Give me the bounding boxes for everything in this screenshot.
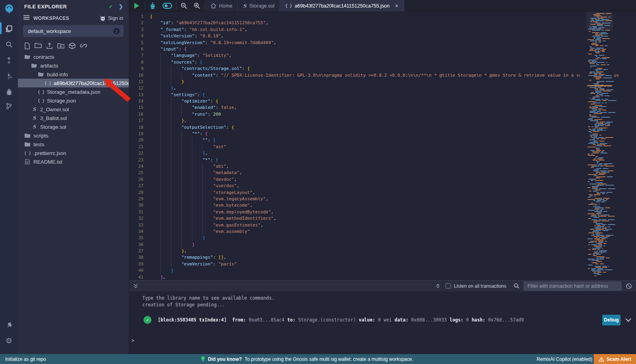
code-line: 3"_format": "hh-sol-build-info-1", — [129, 27, 636, 33]
line-number: 20 — [129, 137, 150, 143]
line-number: 39 — [129, 261, 150, 267]
scam-alert-button[interactable]: Scam Alert — [594, 354, 636, 364]
line-number: 4 — [129, 33, 150, 39]
line-number: 6 — [129, 46, 150, 52]
tree-item[interactable]: tests — [18, 140, 129, 149]
tab-build-info-json[interactable]: { } a69b43f277ba20fcac141151250ca755.jso… — [280, 0, 404, 12]
git-init-button[interactable]: Initialize as git repo — [5, 356, 46, 362]
create-file-icon[interactable] — [24, 43, 30, 49]
tree-item[interactable]: SStorage.sol — [18, 122, 129, 131]
tree-item[interactable]: artifacts — [18, 61, 129, 70]
copilot-toggle-icon[interactable] — [159, 0, 175, 12]
expand-terminal-icon[interactable] — [133, 283, 138, 289]
tree-item[interactable]: { }.prettierrc.json — [18, 149, 129, 157]
plugin-manager-icon[interactable] — [0, 318, 18, 331]
line-number: 12 — [129, 85, 150, 91]
zoom-out-icon[interactable] — [177, 0, 190, 12]
line-number: 26 — [129, 176, 150, 183]
code-line: 7"language": "Solidity", — [129, 52, 636, 59]
code-line: 33"evm.gasEstimates", — [129, 222, 636, 228]
create-folder-icon[interactable] — [35, 43, 42, 49]
ai-copilot-icon[interactable] — [146, 0, 159, 12]
listen-all-label: Listen on all transactions — [454, 283, 506, 289]
code-line: 29"evm.legacyAssembly", — [129, 196, 636, 202]
tree-item[interactable]: contracts — [18, 52, 129, 61]
solidity-compiler-icon[interactable] — [0, 54, 18, 67]
upload-folder-icon[interactable] — [57, 43, 64, 49]
copilot-status[interactable]: RemixAI Copilot (enabled) — [537, 356, 592, 362]
debugger-icon[interactable] — [0, 85, 18, 99]
code-line: 34"evm.assembly" — [129, 228, 636, 235]
search-icon[interactable] — [0, 38, 18, 51]
tree-item-label: 3_Ballot.sol — [40, 115, 67, 121]
code-line: 32"evm.methodIdentifiers", — [129, 215, 636, 222]
code-line: 21"ast" — [129, 144, 636, 150]
tab-storage-sol[interactable]: S Storage.sol — [238, 0, 280, 12]
debug-button[interactable]: Debug — [602, 315, 620, 325]
code-line: 15"enabled": false, — [129, 105, 636, 111]
tree-item-label: contracts — [33, 54, 54, 60]
close-tab-icon[interactable]: ✕ — [395, 3, 399, 9]
github-signin-button[interactable]: Sign in — [99, 15, 123, 21]
pin-panel-icon[interactable]: ❯ — [119, 4, 123, 10]
settings-icon[interactable]: ⚙ — [0, 334, 18, 347]
code-editor[interactable]: 1{2"id": "a69b43f277ba20fcac141151250ca7… — [129, 12, 636, 280]
code-line: 5"solcLongVersion": "0.8.19+commit.7dd6d… — [129, 40, 636, 46]
link-icon[interactable] — [80, 43, 87, 49]
line-number: 31 — [129, 209, 150, 215]
listen-all-checkbox[interactable] — [446, 283, 451, 288]
tree-item-label: a69b43f277ba20fcac141151250ca7... — [54, 80, 129, 86]
file-icon — [24, 159, 31, 165]
code-line: 38"remappings": [], — [129, 254, 636, 261]
workspaces-menu-icon[interactable] — [23, 15, 29, 21]
line-number: 33 — [129, 222, 150, 228]
clear-console-icon[interactable] — [626, 283, 632, 289]
workspace-select[interactable]: default_workspace ↕ — [23, 25, 124, 37]
zoom-in-icon[interactable] — [190, 0, 204, 12]
transaction-row[interactable]: ✓ [block:5583405 txIndex:4] from: 0xa03.… — [143, 314, 631, 326]
tab-home[interactable]: Home — [206, 0, 238, 12]
line-number: 28 — [129, 190, 150, 196]
line-number: 23 — [129, 157, 150, 163]
tree-item[interactable]: { }Storage.json — [18, 96, 129, 105]
transaction-count: 0 — [436, 283, 439, 289]
panel-title: FILE EXPLORER — [24, 4, 67, 10]
code-line: 30"evm.bytecode", — [129, 202, 636, 209]
check-icon: ✓ — [109, 4, 113, 10]
tree-item[interactable]: S3_Ballot.sol — [18, 114, 129, 122]
file-explorer-icon[interactable] — [0, 22, 18, 35]
code-line: 37}, — [129, 248, 636, 254]
code-line: 40} — [129, 267, 636, 274]
cube-icon[interactable] — [69, 43, 76, 49]
tree-item[interactable]: scripts — [18, 131, 129, 140]
line-number: 29 — [129, 196, 150, 202]
terminal-toolbar: 0 Listen on all transactions — [129, 280, 636, 291]
terminal-log: Type the library name to see available c… — [142, 295, 274, 308]
code-line: 8"sources": { — [129, 59, 636, 66]
line-number: 8 — [129, 59, 150, 66]
status-bar: Initialize as git repo Did you know? To … — [0, 354, 636, 364]
tree-item[interactable]: README.txt — [18, 157, 129, 166]
expand-tx-icon[interactable] — [625, 318, 631, 322]
tree-item[interactable]: build-info — [18, 70, 129, 79]
solidity-icon: S — [31, 124, 37, 130]
lightbulb-icon — [201, 356, 205, 362]
run-script-icon[interactable] — [129, 0, 144, 12]
tree-item-label: 2_Owner.sol — [40, 106, 69, 112]
line-number: 38 — [129, 254, 150, 261]
tree-item[interactable]: { }Storage_metadata.json — [18, 87, 129, 96]
workspaces-label: WORKSPACES — [33, 15, 69, 21]
terminal-prompt[interactable]: > — [132, 338, 134, 343]
transaction-filter-input[interactable] — [524, 281, 622, 291]
workspace-stepper-icon: ↕ — [113, 28, 120, 34]
tree-item[interactable]: S2_Owner.sol — [18, 105, 129, 114]
upload-file-icon[interactable] — [46, 43, 53, 49]
deploy-run-icon[interactable] — [0, 70, 18, 83]
remix-logo-icon[interactable] — [0, 2, 18, 17]
overflow-text-fragment: us — [614, 72, 619, 79]
tree-item[interactable]: { }a69b43f277ba20fcac141151250ca7... — [18, 79, 129, 87]
minimap[interactable] — [586, 12, 613, 280]
code-line: 4"solcVersion": "0.8.19", — [129, 33, 636, 39]
line-number: 3 — [129, 27, 150, 33]
git-icon[interactable] — [0, 99, 18, 113]
